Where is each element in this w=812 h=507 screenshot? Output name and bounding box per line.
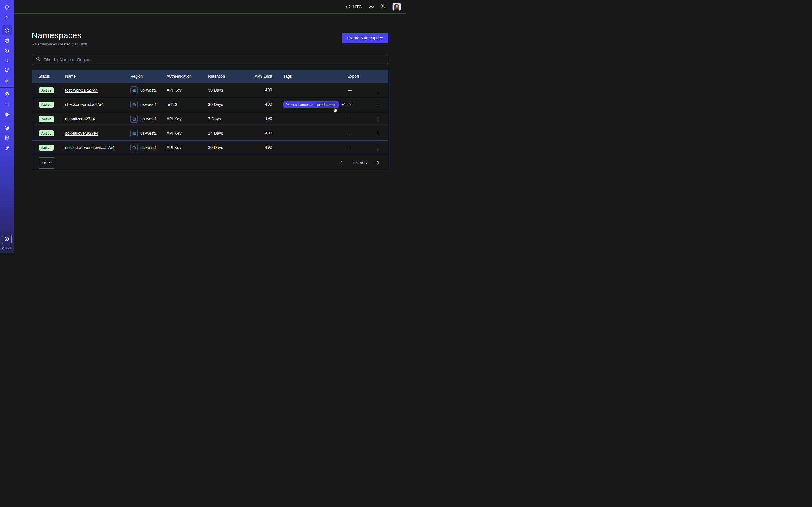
gcp-cloud-icon [130,129,138,137]
row-menu-button[interactable] [374,86,381,94]
auth-label: mTLS [167,102,208,107]
gcp-cloud-icon [130,115,138,122]
namespace-count: 5 Namespaces created (100 limit) [32,42,89,46]
col-header-authentication: Authentication [167,74,208,78]
next-page-button[interactable] [374,160,380,166]
auth-label: API Key [167,145,208,150]
gauge-icon [4,91,10,97]
gear-icon [4,112,10,117]
row-menu-button[interactable] [374,129,381,137]
auth-label: API Key [167,88,208,93]
page-size-select[interactable]: 10 [39,158,55,169]
col-header-retention: Retention [208,74,240,78]
sidebar-pricing-button[interactable]: $ [2,235,11,244]
tag-pill[interactable]: environment production [283,101,339,108]
retention-label: 30 Days [208,102,240,107]
page-title: Namespaces [32,31,89,40]
status-badge: Active [39,130,54,136]
sidebar-item-docs[interactable] [2,133,12,143]
filter-input[interactable] [43,57,385,62]
col-header-region: Region [130,74,167,78]
retention-label: 30 Days [208,145,240,150]
filter-bar [32,54,388,65]
gcp-cloud-icon [130,87,138,94]
col-header-export: Export [345,74,370,78]
auth-label: API Key [167,117,208,121]
sidebar-item-home[interactable] [2,2,12,12]
table-row: Active globalizer.a27a4 us [32,112,388,126]
export-value: — [345,117,370,121]
sidebar-divider [0,87,13,88]
top-bar: UTC [13,0,406,13]
layers-icon [4,58,10,64]
sidebar-item-support[interactable] [2,122,12,133]
sidebar-item-billing[interactable] [2,99,12,109]
tag-key: environment [292,103,312,107]
namespace-link[interactable]: test-worker.a27a4 [65,88,98,93]
sidebar-item-schedules[interactable] [2,45,12,55]
page-size-value: 10 [42,161,46,165]
app-version: 2.35.1 [2,246,12,250]
namespace-link[interactable]: globalizer.a27a4 [65,117,95,121]
reader-mode-button[interactable] [368,3,374,10]
timezone-selector[interactable]: UTC [345,4,362,9]
sidebar-item-task-queues[interactable] [2,55,12,66]
region-label: us-west1 [140,88,157,93]
chevron-right-icon [4,15,9,20]
sidebar-item-usage[interactable] [2,89,12,99]
row-menu-button[interactable] [374,100,381,109]
export-value: — [345,88,370,93]
sidebar-item-workflows[interactable] [2,35,12,45]
table-row: Active quickstart-workflows.a27a4 [32,140,388,155]
export-value: — [345,102,370,107]
branch-icon [4,68,10,74]
status-badge: Active [39,87,54,93]
svg-text:$: $ [6,237,8,240]
col-header-status: Status [39,74,65,78]
sidebar-item-getting-started[interactable] [2,143,12,153]
table-header-row: Status Name Region Authentication Retent… [32,70,388,83]
namespace-link[interactable]: quickstart-workflows.a27a4 [65,145,114,150]
content: Namespaces 5 Namespaces created (100 lim… [13,13,406,171]
sidebar-item-settings[interactable] [2,109,12,119]
sidebar-item-namespaces[interactable] [2,25,12,35]
sidebar-item-nexus[interactable] [2,66,12,76]
export-value: — [345,145,370,150]
glasses-icon [368,3,374,10]
spiral-icon [4,38,10,43]
user-avatar[interactable] [393,3,401,11]
book-sparkles-icon [4,135,10,141]
row-menu-button[interactable] [374,144,381,152]
sidebar-item-batch[interactable] [2,76,12,86]
credit-card-icon [4,101,10,107]
dollar-badge-icon: $ [4,236,10,243]
rocket-icon [4,145,10,151]
app-window: $ 2.35.1 UTC [0,0,406,253]
chevron-down-icon [49,161,52,165]
create-namespace-button[interactable]: Create Namespace [342,33,388,43]
main-area: UTC [13,0,406,253]
namespace-link[interactable]: sdk-failover.a27a4 [65,131,98,135]
auth-label: API Key [167,131,208,135]
export-value: — [345,131,370,135]
table-row: Active sdk-failover.a27a4 [32,126,388,140]
tag-icon [286,102,290,107]
aps-limit-value: 400 [240,145,272,150]
gcp-cloud-icon [130,101,138,108]
col-header-tags: Tags [272,74,345,78]
namespace-link[interactable]: checkout-prod.a27a4 [65,102,103,107]
previous-page-button[interactable] [339,160,345,166]
retention-label: 30 Days [208,88,240,93]
row-menu-button[interactable] [374,115,381,123]
light-mode-toggle[interactable] [380,3,386,10]
sidebar-expand-button[interactable] [2,12,12,22]
col-header-name: Name [65,74,130,78]
aps-limit-value: 400 [240,102,272,107]
aps-limit-value: 400 [240,131,272,135]
sidebar: $ 2.35.1 [0,0,13,253]
aps-limit-value: 400 [240,88,272,93]
gcp-cloud-icon [130,144,138,151]
tag-value: production [314,102,337,108]
col-header-aps-limit: APS Limit [240,74,272,78]
lifebuoy-icon [4,125,10,131]
